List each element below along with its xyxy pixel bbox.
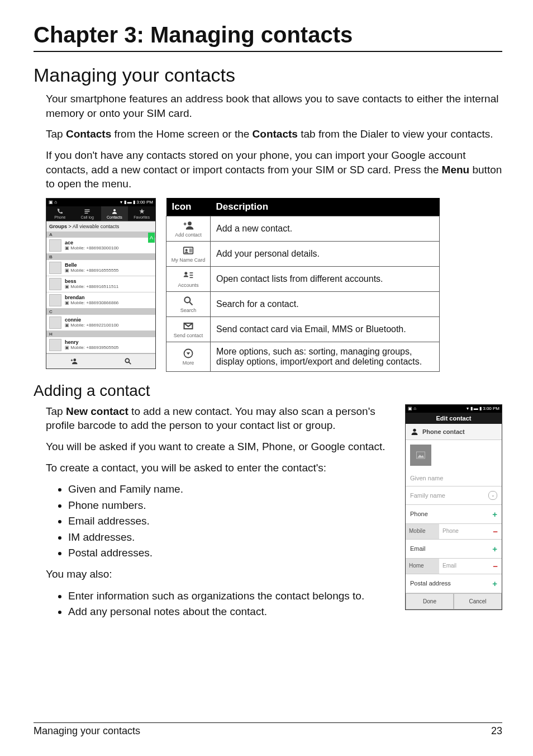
search-icon bbox=[182, 295, 194, 306]
cancel-button[interactable]: Cancel bbox=[454, 593, 502, 609]
tab-contacts[interactable]: Contacts bbox=[101, 206, 129, 221]
given-name-field[interactable]: Given name bbox=[406, 470, 502, 486]
icon-label: Send contact bbox=[174, 333, 203, 338]
name-card-icon bbox=[182, 245, 194, 256]
avatar bbox=[49, 239, 61, 252]
search-button[interactable] bbox=[101, 354, 156, 368]
svg-marker-24 bbox=[417, 455, 424, 457]
contact-row[interactable]: ace▣ Mobile: +886983000100 bbox=[46, 238, 155, 254]
more-icon bbox=[182, 348, 194, 359]
status-left-icons: ▣ ⌂ bbox=[49, 200, 57, 205]
icon-label: Accounts bbox=[178, 282, 198, 288]
tab-favorites[interactable]: Favorites bbox=[128, 206, 155, 221]
done-button[interactable]: Done bbox=[406, 593, 454, 609]
calllog-icon bbox=[83, 208, 91, 215]
add-para-2: You will be asked if you want to create … bbox=[46, 440, 395, 454]
icon-label: Search bbox=[180, 308, 197, 313]
svg-point-9 bbox=[185, 249, 188, 251]
avatar bbox=[49, 278, 61, 290]
svg-point-7 bbox=[188, 221, 192, 225]
tab-calllog[interactable]: Call log bbox=[74, 206, 101, 221]
add-contact-icon bbox=[182, 220, 194, 231]
svg-point-5 bbox=[126, 358, 130, 362]
remove-phone-button[interactable]: − bbox=[493, 527, 498, 536]
list-item: Add any personal notes about the contact… bbox=[68, 604, 395, 620]
svg-rect-1 bbox=[85, 211, 90, 212]
add-phone-button[interactable]: + bbox=[492, 509, 497, 519]
add-person-icon bbox=[69, 357, 79, 365]
svg-point-13 bbox=[184, 272, 187, 275]
section-B: B bbox=[46, 254, 155, 260]
contact-row[interactable]: connie▣ Mobile: +886922100100 bbox=[46, 315, 155, 331]
svg-point-4 bbox=[73, 358, 76, 361]
icon-desc: Search for a contact. bbox=[211, 291, 440, 316]
tab-bar: Phone Call log Contacts Favorites bbox=[46, 206, 155, 221]
search-icon bbox=[123, 357, 132, 365]
contact-row[interactable]: bess▣ Mobile: +886916511511 bbox=[46, 276, 155, 292]
page-footer: Managing your contacts 23 bbox=[34, 722, 502, 737]
icon-label: My Name Card bbox=[172, 257, 206, 263]
contact-row[interactable]: Belle▣ Mobile: +886916555555 bbox=[46, 260, 155, 276]
scroll-thumb[interactable]: A bbox=[148, 233, 155, 243]
status-left-icons: ▣ ⌂ bbox=[408, 406, 416, 411]
icon-desc: Send contact card via Email, MMS or Blue… bbox=[211, 316, 440, 342]
section-A: A bbox=[46, 231, 155, 238]
contact-row[interactable]: brendan▣ Mobile: +886930866866 bbox=[46, 292, 155, 309]
svg-point-3 bbox=[113, 209, 116, 211]
subsection-title: Adding a contact bbox=[34, 382, 502, 400]
add-email-button[interactable]: + bbox=[492, 544, 497, 554]
list-item: Enter information such as organizations … bbox=[68, 588, 395, 604]
section-title: Managing your contacts bbox=[34, 64, 502, 86]
add-para-1: Tap New contact to add a new contact. Yo… bbox=[46, 404, 395, 433]
contact-type-row[interactable]: Phone contact bbox=[406, 424, 502, 440]
phone-field[interactable]: MobilePhone− bbox=[406, 524, 502, 540]
avatar bbox=[49, 294, 61, 306]
svg-rect-2 bbox=[85, 212, 88, 214]
svg-point-17 bbox=[184, 297, 190, 303]
contact-row[interactable]: henry▣ Mobile: +886939505505 bbox=[46, 337, 155, 353]
icon-desc: Add a new contact. bbox=[211, 216, 440, 241]
add-contact-button[interactable] bbox=[46, 354, 101, 368]
page-number: 23 bbox=[491, 725, 502, 737]
person-icon bbox=[111, 208, 118, 215]
phone-icon bbox=[56, 208, 64, 215]
rule bbox=[34, 51, 502, 52]
svg-line-6 bbox=[129, 362, 131, 365]
person-icon bbox=[410, 427, 419, 436]
tab-phone[interactable]: Phone bbox=[46, 206, 74, 221]
expand-icon[interactable]: ⌄ bbox=[488, 491, 497, 500]
image-icon bbox=[415, 450, 427, 460]
section-C: C bbox=[46, 309, 155, 315]
avatar bbox=[49, 316, 61, 329]
family-name-field[interactable]: Family name⌄ bbox=[406, 486, 502, 505]
status-right: ▾ ▮ ▬ ▮ 3:00 PM bbox=[467, 406, 499, 411]
section-H: H bbox=[46, 331, 155, 337]
bullet-list-2: Enter information such as organizations … bbox=[46, 588, 395, 620]
table-header-desc: Description bbox=[211, 198, 440, 216]
icon-desc: More options, such as: sorting, managing… bbox=[211, 342, 440, 371]
footer-title: Managing your contacts bbox=[34, 725, 140, 737]
edit-contact-screenshot: ▣ ⌂ ▾ ▮ ▬ ▮ 3:00 PM Edit contact Phone c… bbox=[405, 404, 502, 610]
list-item: IM addresses. bbox=[68, 530, 395, 546]
list-item: Email addresses. bbox=[68, 513, 395, 530]
list-item: Given and Family name. bbox=[68, 481, 395, 498]
icon-label: More bbox=[183, 360, 194, 366]
postal-section: Postal address+ bbox=[406, 574, 502, 593]
icon-desc: Open contact lists from different accoun… bbox=[211, 266, 440, 291]
phone-section: Phone+ bbox=[406, 505, 502, 524]
svg-rect-0 bbox=[85, 209, 90, 210]
add-postal-button[interactable]: + bbox=[492, 579, 497, 588]
avatar bbox=[49, 262, 61, 274]
list-item: Postal addresses. bbox=[68, 545, 395, 561]
remove-email-button[interactable]: − bbox=[493, 561, 498, 571]
intro-para-3: If you don't have any contacts stored on… bbox=[46, 148, 502, 191]
chapter-title: Chapter 3: Managing contacts bbox=[34, 22, 502, 48]
photo-placeholder[interactable] bbox=[410, 445, 431, 466]
svg-marker-21 bbox=[187, 352, 191, 355]
bullet-list-1: Given and Family name. Phone numbers. Em… bbox=[46, 481, 395, 561]
avatar bbox=[49, 339, 61, 351]
filter-bar[interactable]: Groups > All viewable contacts bbox=[46, 221, 155, 231]
icon-description-table: Icon Description Add contact Add a new c… bbox=[166, 198, 440, 372]
add-para-4: You may also: bbox=[46, 567, 395, 582]
email-field[interactable]: HomeEmail− bbox=[406, 559, 502, 574]
